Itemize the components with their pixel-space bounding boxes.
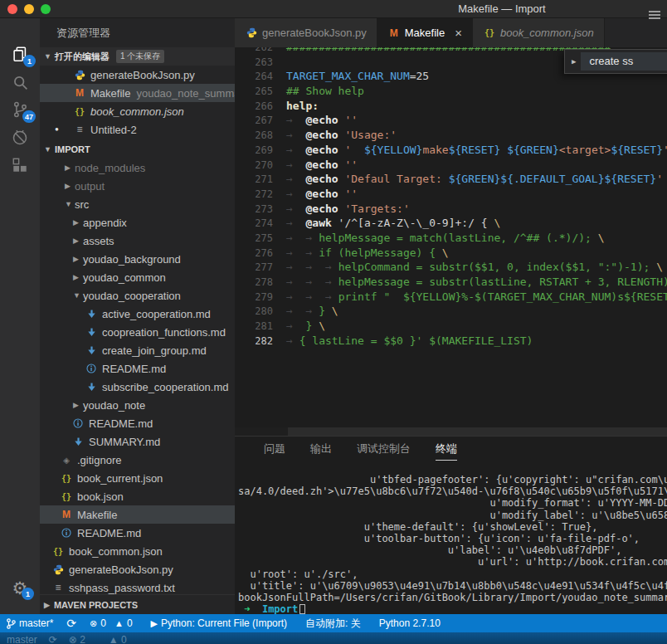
- auto-attach-toggle[interactable]: 自动附加: 关: [305, 617, 361, 631]
- tree-file-Makefile[interactable]: MMakefile: [40, 505, 235, 524]
- activitybar-search-button[interactable]: [0, 68, 40, 96]
- maven-projects-label: MAVEN PROJECTS: [54, 600, 138, 610]
- error-count: 0: [100, 617, 106, 629]
- tree-file-README.md[interactable]: README.md: [40, 524, 235, 542]
- tree-folder-output[interactable]: ▶output: [40, 177, 235, 195]
- folder-section-header[interactable]: ▼ IMPORT: [40, 140, 235, 159]
- sync-button[interactable]: ⟳: [66, 617, 76, 630]
- sync-icon: ⟳: [66, 617, 76, 630]
- prompt-arrow: ➜: [244, 603, 250, 614]
- tree-file-book_common.json[interactable]: {}book_common.json: [40, 542, 235, 560]
- panel-tab-问题[interactable]: 问题: [264, 442, 285, 460]
- line-number: 268: [235, 129, 273, 144]
- python-mode-label: Python: Current File (Import): [161, 617, 287, 629]
- makefile-file-icon: M: [387, 27, 401, 39]
- markdown-file-icon: [85, 328, 98, 337]
- error-icon: ⊗: [90, 618, 97, 629]
- minimize-window-button[interactable]: [24, 4, 34, 14]
- chevron-right-icon: ▶: [44, 601, 50, 609]
- problems-indicator[interactable]: ⊗ 0 ▲ 0: [90, 617, 132, 629]
- tree-folder-youdao_note[interactable]: ▶youdao_note: [40, 396, 235, 414]
- git-branch-indicator[interactable]: master*: [7, 617, 53, 629]
- line-number: 271: [235, 173, 273, 188]
- line-number: 280: [235, 305, 273, 320]
- gitignore-file-icon: ◈: [60, 456, 73, 465]
- terminal-output[interactable]: u'tbfed-pagefooter': {u'copyright': u"cr…: [238, 474, 667, 614]
- tree-file-generateBookJson.py[interactable]: generateBookJson.py: [40, 560, 235, 578]
- chevron-right-icon: ▶: [73, 273, 83, 281]
- tree-file-book.json[interactable]: {}book.json: [40, 487, 235, 505]
- tree-folder-youdao_background[interactable]: ▶youdao_background: [40, 250, 235, 268]
- activitybar-debug-button[interactable]: [0, 124, 40, 152]
- open-editors-list: generateBookJson.pyMMakefileyoudao_note_…: [40, 66, 235, 139]
- maximize-window-button[interactable]: [41, 4, 51, 14]
- code-editor[interactable]: 262#####################################…: [235, 47, 667, 427]
- readme-info-icon: [60, 528, 73, 538]
- activitybar-explorer-button[interactable]: 1: [0, 40, 40, 68]
- editor-tab-Makefile[interactable]: MMakefile×: [377, 18, 473, 47]
- line-number: 266: [235, 100, 273, 115]
- horizontal-scrollbar[interactable]: [235, 427, 667, 436]
- editor-tab-book_common.json[interactable]: {}book_common.json: [473, 18, 605, 47]
- tree-file-subscribe_cooperation.md[interactable]: subscribe_cooperation.md: [40, 378, 235, 396]
- editor-tab-generateBookJson.py[interactable]: generateBookJson.py: [235, 18, 377, 47]
- python-version-indicator[interactable]: Python 2.7.10: [379, 617, 441, 629]
- close-window-button[interactable]: [7, 4, 17, 14]
- suggest-item[interactable]: create ss: [581, 52, 667, 71]
- code-lines: 262#####################################…: [235, 47, 667, 348]
- panel-tab-调试控制台[interactable]: 调试控制台: [357, 442, 411, 460]
- close-tab-icon[interactable]: ×: [455, 26, 462, 40]
- line-number: 265: [235, 85, 273, 100]
- tree-folder-node_modules[interactable]: ▶node_modules: [40, 159, 235, 177]
- tree-file-create_join_group.md[interactable]: create_join_group.md: [40, 341, 235, 359]
- open-editor-item[interactable]: ●≡Untitled-2: [40, 120, 235, 139]
- tree-file-SUMMARY.md[interactable]: SUMMARY.md: [40, 432, 235, 451]
- open-editor-item[interactable]: {}book_common.json: [40, 102, 235, 120]
- tree-file-coopreation_functions.md[interactable]: coopreation_functions.md: [40, 323, 235, 341]
- tree-folder-appendix[interactable]: ▶appendix: [40, 213, 235, 232]
- open-editors-header[interactable]: ▼ 打开的编辑器 1 个未保存: [40, 47, 235, 66]
- python-file-icon: [51, 564, 65, 575]
- panel-tab-终端[interactable]: 终端: [436, 442, 457, 461]
- tree-folder-assets[interactable]: ▶assets: [40, 232, 235, 250]
- line-number: 276: [235, 246, 273, 261]
- tree-file-README.md[interactable]: README.md: [40, 359, 235, 378]
- settings-gear-button[interactable]: ⚙ 1: [0, 574, 40, 603]
- chevron-right-icon: ▶: [73, 255, 83, 263]
- terminal-line: u'modify_format': u'YYYY-MM-DD: [238, 497, 667, 509]
- tree-file-README.md[interactable]: README.md: [40, 414, 235, 432]
- python-interpreter-selector[interactable]: ▶ Python: Current File (Import): [151, 617, 288, 629]
- activitybar-scm-button[interactable]: 47: [0, 95, 40, 124]
- tree-item-label: appendix: [83, 217, 127, 229]
- file-tree: ▶node_modules▶output▼src▶appendix▶assets…: [40, 159, 235, 597]
- open-editor-item[interactable]: MMakefileyoudao_note_summa...: [40, 84, 235, 102]
- ghost-errors: ⊗ 2: [69, 632, 97, 644]
- chevron-right-icon: ▶: [73, 401, 83, 409]
- tree-folder-youdao_common[interactable]: ▶youdao_common: [40, 268, 235, 286]
- terminal-line: u'label': u'\u4e0b\u8f7dPDF',: [238, 544, 667, 556]
- activitybar-extensions-button[interactable]: [0, 151, 40, 179]
- code-line-270: 270→ @echo '': [235, 158, 667, 173]
- tree-file-active_cooperation.md[interactable]: active_cooperation.md: [40, 305, 235, 323]
- maven-projects-header[interactable]: ▶ MAVEN PROJECTS: [40, 594, 235, 614]
- status-bar: master* ⟳ ⊗ 0 ▲ 0 ▶ Python: Current File…: [0, 614, 667, 632]
- terminal-prompt: ➜ Import: [238, 603, 667, 614]
- tree-folder-src[interactable]: ▼src: [40, 195, 235, 213]
- tree-item-label: coopreation_functions.md: [102, 326, 226, 339]
- panel-tab-输出[interactable]: 输出: [310, 442, 332, 460]
- tree-file-.gitignore[interactable]: ◈.gitignore: [40, 451, 235, 469]
- code-line-274: 274→ @awk '/^[a-zA-Z\-\_0-9]+:/ { \: [235, 216, 667, 231]
- tree-file-book_current.json[interactable]: {}book_current.json: [40, 469, 235, 487]
- line-number: 274: [235, 217, 273, 232]
- code-line-278: 278→ → → helpMessage = substr(lastLine, …: [235, 275, 667, 290]
- tree-folder-youdao_cooperation[interactable]: ▼youdao_cooperation: [40, 286, 235, 305]
- auto-attach-label: 自动附加: 关: [305, 617, 361, 631]
- tree-item-label: README.md: [102, 363, 166, 375]
- branch-name: master*: [19, 617, 53, 629]
- warning-icon: ▲: [114, 618, 124, 628]
- open-editor-item[interactable]: generateBookJson.py: [40, 66, 235, 84]
- editor-actions-icon[interactable]: [649, 11, 660, 21]
- scm-badge: 47: [22, 110, 36, 123]
- text-file-icon: ≡: [51, 582, 65, 593]
- line-number: 275: [235, 232, 273, 246]
